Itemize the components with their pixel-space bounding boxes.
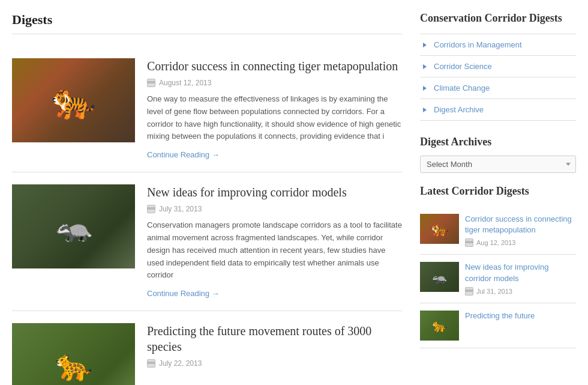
article-excerpt-1: One way to measure the effectiveness of … (147, 93, 402, 143)
latest-date-1: Aug 12, 2013 (465, 238, 576, 247)
chevron-icon-3 (423, 86, 427, 91)
sidebar-link-corridors-management[interactable]: Corridors in Management (420, 34, 576, 55)
calendar-icon-3 (147, 359, 155, 368)
latest-calendar-icon-2 (465, 287, 473, 296)
latest-item-2: New ideas for improving corridor models … (420, 255, 576, 303)
article-title-2: New ideas for improving corridor models (147, 184, 402, 200)
sidebar-nav-item-1: Corridors in Management (420, 34, 576, 56)
article-date-2: July 31, 2013 (147, 205, 402, 213)
latest-link-1[interactable]: Corridor success in connecting tiger met… (465, 214, 576, 235)
article-date-text-1: August 12, 2013 (159, 79, 211, 87)
sidebar-nav-label-3: Climate Change (434, 83, 490, 92)
select-month[interactable]: Select Month (420, 156, 576, 173)
article-image-species (12, 323, 135, 385)
chevron-icon-2 (423, 64, 427, 69)
latest-calendar-icon-1 (465, 238, 473, 247)
article-excerpt-2: Conservation managers promote landscape … (147, 219, 402, 282)
chevron-icon-1 (423, 43, 427, 47)
page-title: Digests (12, 12, 402, 34)
digest-item: Predicting the future movement routes of… (12, 311, 402, 385)
main-content: Digests Corridor success in connecting t… (12, 12, 402, 385)
sidebar-link-digest-archive[interactable]: Digest Archive (420, 99, 576, 120)
article-content-3: Predicting the future movement routes of… (147, 323, 402, 385)
article-content-2: New ideas for improving corridor models … (147, 184, 402, 299)
latest-image-species (420, 311, 459, 341)
sidebar-nav: Corridors in Management Corridor Science… (420, 34, 576, 121)
sidebar-title: Conservation Corridor Digests (420, 12, 576, 25)
sidebar-nav-item-3: Climate Change (420, 77, 576, 99)
chevron-icon-4 (423, 108, 427, 112)
latest-date-text-1: Aug 12, 2013 (476, 239, 515, 246)
latest-link-3[interactable]: Predicting the future (465, 311, 576, 321)
article-date-text-2: July 31, 2013 (159, 205, 202, 213)
continue-reading-1[interactable]: Continue Reading → (147, 150, 220, 159)
article-image-tiger (12, 58, 135, 142)
sidebar-nav-label-2: Corridor Science (434, 62, 492, 71)
sidebar: Conservation Corridor Digests Corridors … (420, 12, 576, 385)
digest-item: Corridor success in connecting tiger met… (12, 46, 402, 172)
calendar-icon-1 (147, 79, 155, 87)
digest-archives-title: Digest Archives (420, 136, 576, 148)
article-title-3: Predicting the future movement routes of… (147, 323, 402, 354)
latest-title: Latest Corridor Digests (420, 185, 576, 198)
latest-content-2: New ideas for improving corridor models … (465, 262, 576, 295)
article-date-text-3: July 22, 2013 (159, 359, 202, 368)
article-image-fisher (12, 184, 135, 268)
article-content-1: Corridor success in connecting tiger met… (147, 58, 402, 160)
article-date-1: August 12, 2013 (147, 79, 402, 87)
continue-reading-2[interactable]: Continue Reading → (147, 289, 220, 298)
latest-content-3: Predicting the future (465, 311, 576, 324)
latest-date-text-2: Jul 31, 2013 (476, 288, 512, 295)
latest-item-1: Corridor success in connecting tiger met… (420, 207, 576, 255)
digest-item: New ideas for improving corridor models … (12, 172, 402, 311)
latest-link-2[interactable]: New ideas for improving corridor models (465, 262, 576, 283)
digest-list: Corridor success in connecting tiger met… (12, 46, 402, 385)
latest-date-2: Jul 31, 2013 (465, 287, 576, 296)
latest-list: Corridor success in connecting tiger met… (420, 207, 576, 348)
article-date-3: July 22, 2013 (147, 359, 402, 368)
article-title-1: Corridor success in connecting tiger met… (147, 58, 402, 74)
sidebar-link-corridor-science[interactable]: Corridor Science (420, 56, 576, 77)
page-wrapper: Digests Corridor success in connecting t… (0, 0, 588, 385)
sidebar-link-climate-change[interactable]: Climate Change (420, 77, 576, 99)
sidebar-nav-label-4: Digest Archive (434, 105, 484, 114)
sidebar-nav-label-1: Corridors in Management (434, 40, 522, 49)
sidebar-nav-item-2: Corridor Science (420, 56, 576, 77)
sidebar-nav-item-4: Digest Archive (420, 99, 576, 121)
calendar-icon-2 (147, 205, 155, 213)
latest-item-3: Predicting the future (420, 303, 576, 348)
latest-content-1: Corridor success in connecting tiger met… (465, 214, 576, 247)
latest-image-fisher (420, 262, 459, 292)
latest-image-tiger (420, 214, 459, 244)
